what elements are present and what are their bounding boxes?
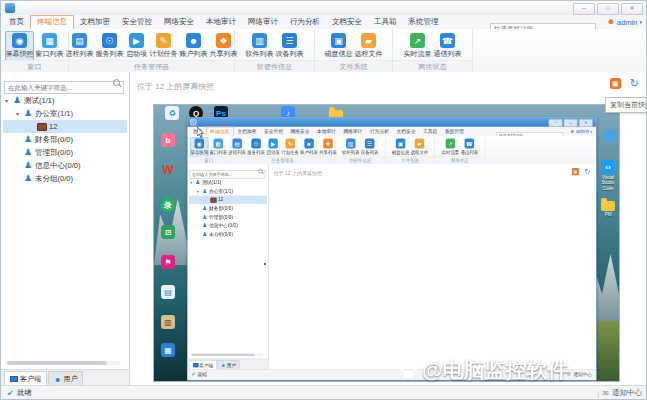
ribbon-button[interactable]: ↗ 实时流量 bbox=[403, 31, 432, 61]
window-control-button[interactable]: □ bbox=[564, 119, 578, 127]
tree-item[interactable]: 财务部(0/0) bbox=[189, 204, 267, 213]
menu-tab[interactable]: 系统管理 bbox=[403, 15, 445, 29]
tree-item[interactable]: 管理部(0/0) bbox=[189, 213, 267, 222]
scrollbar-thumb[interactable] bbox=[191, 353, 254, 356]
status-divider: | bbox=[597, 389, 599, 398]
tree-item[interactable]: ▾ 办公室(1/1) bbox=[189, 187, 267, 196]
ribbon-button[interactable]: ☰ 设备列表 bbox=[275, 31, 304, 61]
ribbon-button[interactable]: ☎ 通信列表 bbox=[460, 137, 478, 157]
menu-tab[interactable]: 本地审计 bbox=[200, 15, 242, 29]
ribbon-button[interactable]: ◉ 屏幕快照 bbox=[5, 31, 34, 61]
tree-item[interactable]: 未分组(0/0) bbox=[3, 172, 127, 185]
menu-tab[interactable]: 工具箱 bbox=[419, 127, 441, 136]
sidebar-tab[interactable]: 客户端 bbox=[4, 371, 47, 386]
ribbon-button[interactable]: ▥ 软件列表 bbox=[245, 31, 274, 61]
horizontal-scrollbar[interactable] bbox=[5, 361, 121, 365]
menu-tab[interactable]: 安全管控 bbox=[260, 127, 287, 136]
menu-tab[interactable]: 首页 bbox=[3, 15, 30, 29]
menu-tab[interactable]: 行为分析 bbox=[284, 15, 326, 29]
expander-icon[interactable]: ▾ bbox=[16, 110, 23, 117]
desktop-icon: PM bbox=[596, 197, 620, 217]
tree-item[interactable]: 12 bbox=[189, 196, 267, 205]
tree-item-label: 测试(1/1) bbox=[24, 96, 54, 106]
ribbon-button[interactable]: ✎ 计划任务 bbox=[281, 137, 299, 157]
window-control-button[interactable]: ✕ bbox=[579, 119, 593, 127]
scrollbar-thumb[interactable] bbox=[7, 361, 107, 365]
snapshot-toolbar: ▣ ↻ bbox=[610, 78, 639, 89]
ribbon-group-label: 软硬件信息 bbox=[335, 156, 385, 164]
ribbon-group-label: 文件系统 bbox=[386, 156, 435, 164]
menu-tab[interactable]: 本地审计 bbox=[313, 127, 340, 136]
ribbon-button[interactable]: ▶ 启动项 bbox=[125, 31, 148, 61]
menu-tab[interactable]: 文档安全 bbox=[326, 15, 368, 29]
menu-tab[interactable]: 终端信息 bbox=[206, 127, 234, 136]
ribbon-button[interactable]: ▰ 远程文件 bbox=[354, 31, 383, 61]
tree-item[interactable]: 信息中心(0/0) bbox=[3, 159, 127, 172]
copy-snapshot-icon[interactable]: ▣ bbox=[572, 168, 579, 175]
copy-snapshot-icon[interactable]: ▣ bbox=[610, 78, 621, 89]
ribbon-button-icon: ↗ bbox=[446, 139, 455, 149]
menu-tab[interactable]: 工具箱 bbox=[368, 15, 403, 29]
tree-filter-input[interactable] bbox=[4, 81, 124, 94]
menu-tab[interactable]: 文档加密 bbox=[74, 15, 116, 29]
menu-tab[interactable]: 终端信息 bbox=[30, 15, 74, 29]
tooltip: 复制当前快照 bbox=[605, 97, 647, 113]
ribbon-button[interactable]: ☰ 设备列表 bbox=[361, 137, 379, 157]
ribbon-button[interactable]: ☎ 通信列表 bbox=[433, 31, 462, 61]
ribbon-button[interactable]: ☉ 服务列表 bbox=[95, 31, 124, 61]
ribbon-button-icon: ▰ bbox=[415, 139, 424, 149]
ribbon-button-icon: ▦ bbox=[214, 139, 223, 149]
ribbon-button[interactable]: ✎ 计划任务 bbox=[149, 31, 178, 61]
tree-item[interactable]: ▾ 测试(1/1) bbox=[3, 94, 127, 107]
menu-tab[interactable]: 行为分析 bbox=[366, 127, 393, 136]
window-control-button[interactable]: ✕ bbox=[621, 3, 643, 15]
menu-tab[interactable]: 网络安全 bbox=[287, 127, 314, 136]
window-control-button[interactable]: □ bbox=[597, 3, 619, 15]
user-menu[interactable]: ☻ admin ▾ bbox=[607, 15, 642, 29]
horizontal-scrollbar[interactable] bbox=[190, 353, 263, 356]
menu-tab[interactable]: 网络安全 bbox=[158, 15, 200, 29]
notification-center-label: 通知中心 bbox=[573, 371, 592, 378]
tree-item[interactable]: 12 bbox=[3, 120, 127, 133]
menu-tab[interactable]: 网络审计 bbox=[340, 127, 367, 136]
refresh-icon[interactable]: ↻ bbox=[630, 78, 639, 89]
ribbon-button[interactable]: ☉ 服务列表 bbox=[247, 137, 265, 157]
ribbon-button[interactable]: ▤ 进程列表 bbox=[228, 137, 246, 157]
menu-tab[interactable]: 安全管控 bbox=[116, 15, 158, 29]
menu-tab[interactable]: 文档安全 bbox=[393, 127, 420, 136]
ribbon-button[interactable]: ▤ 进程列表 bbox=[65, 31, 94, 61]
ribbon-button[interactable]: ☻ 账户列表 bbox=[300, 137, 318, 157]
sidebar-tab[interactable]: ☻ 用户 bbox=[48, 371, 83, 386]
ribbon-button[interactable]: ❖ 共享列表 bbox=[209, 31, 238, 61]
notification-center[interactable]: | ✉ 通知中心 bbox=[597, 386, 642, 400]
ribbon-button[interactable]: ▥ 软件列表 bbox=[342, 137, 360, 157]
menu-tab[interactable]: 网络审计 bbox=[242, 15, 284, 29]
ribbon-button[interactable]: ◉ 屏幕快照 bbox=[190, 137, 208, 157]
refresh-icon[interactable]: ↻ bbox=[584, 168, 590, 175]
tree-item[interactable]: ▾ 办公室(1/1) bbox=[3, 107, 127, 120]
ribbon-button[interactable]: ▰ 远程文件 bbox=[410, 137, 428, 157]
window-control-button[interactable]: ─ bbox=[573, 3, 595, 15]
ribbon-button[interactable]: ▦ 窗口列表 bbox=[209, 137, 227, 157]
window-control-button[interactable]: ─ bbox=[549, 119, 563, 127]
ribbon-group: ▥ 软件列表 ☰ 设备列表 软硬件信 bbox=[235, 29, 315, 72]
ribbon-button[interactable]: ▶ 启动项 bbox=[266, 137, 281, 157]
user-menu[interactable]: ☻ admin ▾ bbox=[570, 127, 592, 136]
ribbon-button[interactable]: ▣ 磁盘信息 bbox=[391, 137, 409, 157]
ribbon-button[interactable]: ▦ 窗口列表 bbox=[35, 31, 64, 61]
menu-tab[interactable]: 系统管理 bbox=[441, 127, 468, 136]
ribbon-button[interactable]: ▣ 磁盘信息 bbox=[324, 31, 353, 61]
ribbon-group: ▥ 软件列表 ☰ 设备列表 软硬件信 bbox=[335, 136, 385, 164]
desktop-icon: ▦ bbox=[156, 343, 180, 358]
tree-filter-input[interactable] bbox=[190, 170, 266, 179]
tree-item[interactable]: 财务部(0/0) bbox=[3, 133, 127, 146]
ribbon-button-icon: ◉ bbox=[195, 139, 204, 149]
ribbon-button[interactable]: ↗ 实时流量 bbox=[441, 137, 459, 157]
tree-item[interactable]: 信息中心(0/0) bbox=[189, 221, 267, 230]
expander-icon[interactable]: ▾ bbox=[5, 97, 12, 104]
ribbon-button[interactable]: ☻ 账户列表 bbox=[179, 31, 208, 61]
tree-item[interactable]: 管理部(0/0) bbox=[3, 146, 127, 159]
tree-item[interactable]: ▾ 测试(1/1) bbox=[189, 179, 267, 188]
tree-item[interactable]: 未分组(0/0) bbox=[189, 230, 267, 239]
menu-tab[interactable]: 文档加密 bbox=[234, 127, 261, 136]
